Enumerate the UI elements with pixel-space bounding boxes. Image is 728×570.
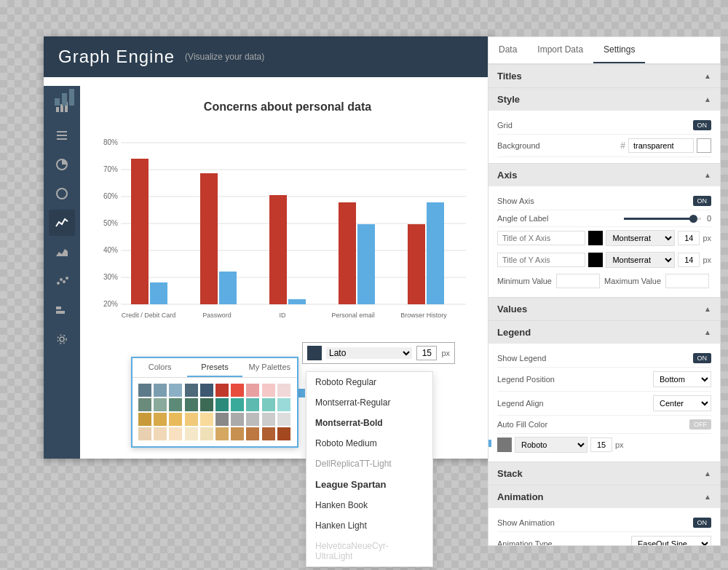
y-axis-color[interactable] bbox=[588, 253, 603, 267]
palette-color[interactable] bbox=[185, 398, 198, 411]
grid-toggle[interactable]: ON bbox=[693, 120, 712, 130]
palette-color[interactable] bbox=[262, 413, 275, 426]
y-axis-font-select[interactable]: Montserrat bbox=[606, 252, 675, 268]
legend-align-label: Legend Align bbox=[497, 399, 544, 408]
palette-color[interactable] bbox=[138, 384, 151, 397]
section-style[interactable]: Style ▲ bbox=[488, 87, 720, 111]
sidebar-item-dots[interactable] bbox=[49, 268, 75, 294]
palette-color[interactable] bbox=[277, 398, 290, 411]
palette-color[interactable] bbox=[154, 413, 167, 426]
palette-color[interactable] bbox=[169, 384, 182, 397]
auto-fill-toggle[interactable]: OFF bbox=[689, 419, 711, 430]
palette-color[interactable] bbox=[231, 427, 244, 440]
palette-tab-mypalettes[interactable]: My Palettes bbox=[242, 358, 297, 377]
palette-color[interactable] bbox=[231, 398, 244, 411]
show-axis-toggle[interactable]: ON bbox=[693, 196, 712, 206]
font-option-dellreplica-light[interactable]: DellReplicaTT-Light bbox=[306, 454, 432, 474]
y-axis-input[interactable] bbox=[497, 253, 585, 267]
max-value-input[interactable] bbox=[665, 274, 709, 288]
palette-color[interactable] bbox=[277, 427, 290, 440]
angle-slider[interactable] bbox=[624, 218, 701, 220]
palette-color[interactable] bbox=[262, 427, 275, 440]
palette-color[interactable] bbox=[200, 384, 213, 397]
palette-color[interactable] bbox=[138, 398, 151, 411]
font-name-select[interactable]: Lato bbox=[326, 347, 412, 359]
palette-color[interactable] bbox=[246, 427, 259, 440]
y-axis-size[interactable] bbox=[678, 253, 700, 267]
sidebar-item-line[interactable] bbox=[49, 210, 75, 236]
section-values[interactable]: Values ▲ bbox=[488, 297, 720, 320]
x-axis-input[interactable] bbox=[497, 231, 585, 245]
sidebar-item-circle[interactable] bbox=[49, 181, 75, 207]
palette-color[interactable] bbox=[262, 398, 275, 411]
font-option-roboto-medium[interactable]: Roboto Medium bbox=[306, 433, 432, 454]
section-animation[interactable]: Animation ▲ bbox=[488, 485, 720, 508]
show-animation-toggle[interactable]: ON bbox=[693, 518, 712, 528]
legend-font-color[interactable] bbox=[497, 438, 512, 452]
palette-color[interactable] bbox=[215, 384, 229, 397]
legend-align-select[interactable]: Center bbox=[653, 395, 711, 411]
palette-color[interactable] bbox=[169, 413, 182, 426]
palette-color[interactable] bbox=[277, 384, 290, 397]
font-option-montserrat-bold[interactable]: Montserrat-Bold bbox=[306, 413, 432, 433]
legend-position-select[interactable]: Bottom bbox=[653, 371, 711, 387]
palette-color[interactable] bbox=[169, 398, 182, 411]
palette-color[interactable] bbox=[215, 413, 229, 426]
palette-color[interactable] bbox=[185, 427, 198, 440]
palette-color[interactable] bbox=[231, 384, 244, 397]
background-swatch[interactable] bbox=[697, 138, 711, 153]
palette-color[interactable] bbox=[154, 427, 167, 440]
font-color-box[interactable] bbox=[307, 346, 322, 360]
palette-color[interactable] bbox=[185, 413, 198, 426]
font-option-hanken-book[interactable]: Hanken Book bbox=[306, 495, 432, 515]
font-option-hanken-light[interactable]: Hanken Light bbox=[306, 515, 432, 536]
font-size-input[interactable] bbox=[416, 346, 437, 360]
app-title: Graph Engine bbox=[58, 47, 175, 67]
palette-color[interactable] bbox=[200, 427, 213, 440]
palette-color[interactable] bbox=[154, 384, 167, 397]
palette-color[interactable] bbox=[246, 413, 259, 426]
animation-type-select[interactable]: EaseOut Sine bbox=[631, 536, 711, 546]
palette-tab-presets[interactable]: Presets bbox=[187, 358, 242, 377]
sidebar-item-area[interactable] bbox=[49, 239, 75, 265]
font-option-helvetica-ultralight[interactable]: HelveticaNeueCyr-UltraLight bbox=[306, 536, 432, 566]
tab-data[interactable]: Data bbox=[488, 37, 527, 63]
palette-color[interactable] bbox=[138, 427, 151, 440]
palette-tab-colors[interactable]: Colors bbox=[132, 358, 187, 377]
font-option-montserrat-regular[interactable]: Montserrat-Regular bbox=[306, 392, 432, 413]
palette-color[interactable] bbox=[231, 413, 244, 426]
sidebar-item-barchart2[interactable] bbox=[49, 297, 75, 323]
section-axis[interactable]: Axis ▲ bbox=[488, 163, 720, 186]
legend-font-size[interactable] bbox=[590, 438, 612, 452]
palette-color[interactable] bbox=[138, 413, 151, 426]
sidebar-item-list[interactable] bbox=[49, 122, 75, 149]
min-value-input[interactable] bbox=[556, 274, 600, 288]
palette-color[interactable] bbox=[262, 384, 275, 397]
section-titles[interactable]: Titles ▲ bbox=[488, 64, 720, 87]
palette-color[interactable] bbox=[215, 427, 229, 440]
svg-rect-34 bbox=[219, 272, 237, 304]
font-option-league-spartan[interactable]: League Spartan bbox=[306, 474, 432, 495]
sidebar-item-pie[interactable] bbox=[49, 151, 75, 178]
palette-color[interactable] bbox=[200, 413, 213, 426]
tab-import-data[interactable]: Import Data bbox=[527, 37, 593, 63]
palette-color[interactable] bbox=[277, 413, 290, 426]
palette-color[interactable] bbox=[154, 398, 167, 411]
section-stack[interactable]: Stack ▲ bbox=[488, 462, 720, 485]
section-legend[interactable]: Legend ▲ bbox=[488, 320, 720, 344]
palette-color[interactable] bbox=[246, 384, 259, 397]
show-legend-toggle[interactable]: ON bbox=[693, 353, 712, 363]
palette-color[interactable] bbox=[169, 427, 182, 440]
palette-color[interactable] bbox=[185, 384, 198, 397]
palette-color[interactable] bbox=[200, 398, 213, 411]
legend-font-select[interactable]: Roboto bbox=[515, 437, 587, 453]
x-axis-size[interactable] bbox=[678, 231, 700, 245]
sidebar-item-settings[interactable] bbox=[49, 326, 75, 352]
palette-color[interactable] bbox=[215, 398, 229, 411]
x-axis-font-select[interactable]: Montserrat bbox=[606, 230, 675, 246]
font-option-roboto-regular[interactable]: Roboto Regular bbox=[306, 372, 432, 392]
x-axis-color[interactable] bbox=[588, 231, 603, 245]
palette-color[interactable] bbox=[246, 398, 259, 411]
tab-settings[interactable]: Settings bbox=[593, 37, 645, 63]
background-input[interactable] bbox=[628, 138, 694, 153]
